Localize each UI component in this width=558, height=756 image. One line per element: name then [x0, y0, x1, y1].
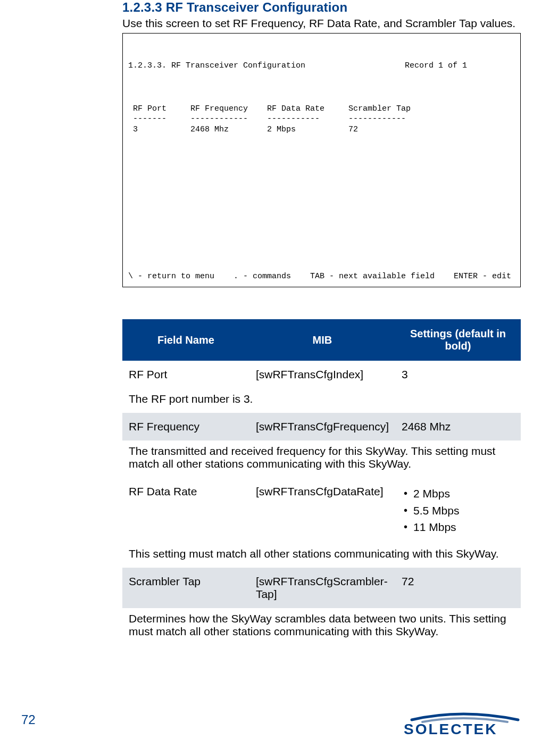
cell-description: Determines how the SkyWay scrambles data… [122, 608, 521, 645]
table-row: RF Port [swRFTransCfgIndex] 3 [122, 361, 521, 388]
terminal-screen: 1.2.3.3. RF Transceiver Configuration Re… [122, 33, 521, 287]
cell-description: This setting must match all other statio… [122, 543, 521, 568]
table-desc-row: The RF port number is 3. [122, 388, 521, 413]
table-desc-row: Determines how the SkyWay scrambles data… [122, 608, 521, 645]
cell-settings: 2468 Mhz [395, 413, 521, 441]
brand-logo-text: SOLECTEK [404, 721, 521, 738]
cell-description: The RF port number is 3. [122, 388, 521, 413]
cell-settings: 2 Mbps 5.5 Mbps 11 Mbps [395, 478, 521, 543]
brand-logo: SOLECTEK [404, 711, 521, 738]
settings-list-item: 5.5 Mbps [402, 502, 514, 519]
col-header-mib: MIB [249, 319, 395, 361]
cell-field-name: RF Port [122, 361, 249, 388]
terminal-columns: RF Port RF Frequency RF Data Rate Scramb… [128, 104, 515, 135]
cell-description: The transmitted and received frequency f… [122, 441, 521, 478]
cell-settings: 3 [395, 361, 521, 388]
table-row: RF Data Rate [swRFTransCfgDataRate] 2 Mb… [122, 478, 521, 543]
page-number: 72 [21, 712, 36, 727]
table-row: RF Frequency [swRFTransCfgFrequency] 246… [122, 413, 521, 441]
cell-field-name: RF Frequency [122, 413, 249, 441]
terminal-footer: \ - return to menu . - commands TAB - ne… [128, 271, 515, 282]
terminal-title: 1.2.3.3. RF Transceiver Configuration [128, 61, 405, 71]
col-header-field-name: Field Name [122, 319, 249, 361]
cell-settings: 72 [395, 568, 521, 608]
cell-mib: [swRFTransCfgScrambler-Tap] [249, 568, 395, 608]
table-row: Scrambler Tap [swRFTransCfgScrambler-Tap… [122, 568, 521, 608]
settings-list-item: 11 Mbps [402, 519, 514, 536]
field-definition-table: Field Name MIB Settings (default in bold… [122, 319, 521, 645]
terminal-record-indicator: Record 1 of 1 [405, 61, 515, 71]
cell-field-name: RF Data Rate [122, 478, 249, 543]
table-desc-row: The transmitted and received frequency f… [122, 441, 521, 478]
cell-field-name: Scrambler Tap [122, 568, 249, 608]
settings-list-item: 2 Mbps [402, 485, 514, 502]
table-desc-row: This setting must match all other statio… [122, 543, 521, 568]
col-header-settings: Settings (default in bold) [395, 319, 521, 361]
cell-mib: [swRFTransCfgFrequency] [249, 413, 395, 441]
intro-text: Use this screen to set RF Frequency, RF … [122, 17, 521, 30]
cell-mib: [swRFTransCfgDataRate] [249, 478, 395, 543]
cell-mib: [swRFTransCfgIndex] [249, 361, 395, 388]
section-heading: 1.2.3.3 RF Transceiver Configuration [122, 0, 521, 15]
